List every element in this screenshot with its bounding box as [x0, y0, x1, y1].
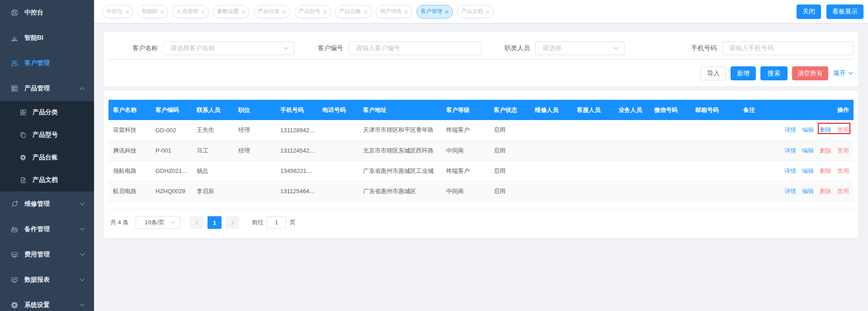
filter-select[interactable]: 请选择客户名称 — [163, 42, 294, 55]
close-icon[interactable] — [241, 10, 245, 14]
sidebar-subitem-3[interactable]: 产品台账 — [0, 146, 94, 169]
tab-tag-4[interactable]: 参数设置 — [213, 5, 250, 19]
next-page-button[interactable] — [226, 216, 239, 229]
tab-tag-1[interactable]: 中控台 — [102, 5, 133, 19]
sidebar-subitem-2[interactable]: 产品型号 — [0, 124, 94, 146]
page-size-select[interactable]: 10条/页 — [136, 216, 180, 229]
action-link[interactable]: 禁用 — [837, 188, 849, 195]
action-link[interactable]: 编辑 — [802, 188, 814, 195]
action-link[interactable]: 详情 — [784, 126, 796, 133]
import-button[interactable]: 导入 — [701, 66, 726, 80]
tab-tag-9[interactable]: 客户管理 — [416, 5, 453, 19]
action-link[interactable]: 禁用 — [837, 147, 849, 154]
goto-page-input[interactable]: 1 — [267, 216, 286, 229]
sidebar-item-label: 产品管理 — [24, 84, 80, 93]
close-icon[interactable] — [323, 10, 327, 14]
sidebar-subitem-4[interactable]: 产品文档 — [0, 169, 94, 191]
action-link[interactable]: 编辑 — [802, 167, 814, 174]
table-row-3: 领航电路GDHZ021…杨总13456221…广东省惠州市惠城区工业城终端客户启… — [108, 161, 854, 181]
action-link[interactable]: 禁用 — [837, 126, 849, 133]
cell — [614, 120, 650, 140]
filter-select[interactable]: 请选择 — [535, 42, 625, 55]
tab-tag-2[interactable]: 智能BI — [137, 5, 168, 19]
action-link[interactable]: 编辑 — [802, 147, 814, 154]
page-number-1[interactable]: 1 — [208, 216, 222, 229]
close-icon[interactable] — [363, 10, 368, 14]
action-link[interactable]: 详情 — [784, 188, 796, 195]
cell: P-001 — [151, 140, 192, 161]
prev-page-button[interactable] — [190, 216, 203, 229]
column-header-8: 客户等级 — [442, 100, 489, 120]
cell — [318, 140, 359, 161]
cell — [614, 181, 650, 201]
sidebar-item-4[interactable]: 产品管理 — [0, 76, 94, 101]
filter-input[interactable]: 请输入客户编号 — [349, 42, 481, 55]
action-link[interactable]: 删除 — [820, 167, 831, 174]
cell — [530, 140, 572, 161]
close-icon[interactable] — [160, 10, 164, 14]
close-icon[interactable] — [445, 10, 449, 14]
add-button[interactable]: 新增 — [731, 66, 756, 80]
filter-input[interactable]: 请输入手机号码 — [722, 42, 854, 55]
sidebar-item-1[interactable]: 中控台 — [0, 0, 94, 25]
sidebar-item-label: 智能BI — [24, 34, 85, 42]
clear-all-button[interactable]: 清空所有 — [792, 66, 828, 80]
sidebar-subitem-1[interactable]: 产品分类 — [0, 101, 94, 124]
tab-tag-6[interactable]: 产品型号 — [294, 5, 331, 19]
chevron-down-icon — [80, 253, 85, 256]
action-link[interactable]: 详情 — [784, 167, 796, 174]
action-link[interactable]: 禁用 — [837, 167, 849, 174]
tab-tag-7[interactable]: 产品台账 — [335, 5, 372, 19]
sidebar-item-6[interactable]: 备件管理 — [0, 217, 94, 242]
tag-label: 参数设置 — [217, 8, 239, 15]
page-size-value: 10条/页 — [145, 218, 165, 227]
action-link[interactable]: 编辑 — [802, 126, 814, 133]
close-icon[interactable] — [125, 10, 129, 14]
cell — [572, 140, 614, 161]
cell: 领航电路 — [108, 161, 151, 181]
close-icon[interactable] — [404, 10, 408, 14]
action-link[interactable]: 删除 — [820, 147, 831, 154]
tab-tag-5[interactable]: 产品分类 — [254, 5, 290, 19]
filter-item-1: 客户名称请选择客户名称 — [104, 42, 294, 55]
tab-tag-3[interactable]: 人员管理 — [172, 5, 209, 19]
action-link[interactable]: 详情 — [784, 147, 796, 154]
table-card: 客户名称客户编码联系人员职位手机号码电话号码客户地址客户等级客户状态维修人员客服… — [104, 91, 858, 238]
spare-icon — [11, 226, 18, 233]
chevron-down-icon — [80, 303, 85, 307]
expand-link[interactable]: 展开 — [833, 70, 853, 78]
close-icon[interactable] — [201, 10, 205, 14]
sidebar-item-2[interactable]: 智能BI — [0, 25, 94, 51]
column-header-4: 职位 — [234, 100, 276, 120]
cell — [691, 140, 739, 161]
close-button[interactable]: 关闭 — [797, 5, 821, 19]
close-icon[interactable] — [486, 10, 490, 14]
cell: 启用 — [489, 181, 530, 201]
sidebar-item-7[interactable]: 费用管理 — [0, 242, 94, 267]
board-display-button[interactable]: 看板展示 — [826, 5, 863, 19]
repair-icon — [11, 200, 18, 208]
search-button[interactable]: 搜索 — [760, 66, 788, 80]
cell: HZHQ0029 — [151, 181, 192, 201]
model-icon — [20, 132, 26, 138]
cell — [234, 181, 276, 201]
cell — [530, 120, 572, 140]
sidebar-item-label: 费用管理 — [24, 251, 80, 259]
sidebar-item-8[interactable]: 数据报表 — [0, 267, 94, 292]
cell — [530, 161, 572, 181]
tab-tag-8[interactable]: 用户详情 — [376, 5, 412, 19]
sidebar-item-label: 维修管理 — [24, 200, 80, 208]
customer-table: 客户名称客户编码联系人员职位手机号码电话号码客户地址客户等级客户状态维修人员客服… — [108, 100, 854, 202]
actions-cell: 详情编辑删除禁用 — [779, 161, 854, 181]
close-icon[interactable] — [282, 10, 286, 14]
tab-tag-10[interactable]: 产品文档 — [457, 5, 494, 19]
topbar-buttons: 关闭 看板展示 — [797, 5, 863, 19]
action-link[interactable]: 删除 — [820, 126, 831, 133]
category-icon — [20, 109, 26, 116]
chevron-down-icon — [848, 72, 853, 75]
sidebar-item-3[interactable]: 客户管理 — [0, 51, 94, 76]
cell — [691, 120, 739, 140]
action-link[interactable]: 删除 — [820, 188, 831, 195]
sidebar-item-9[interactable]: 系统设置 — [0, 292, 94, 311]
sidebar-item-5[interactable]: 维修管理 — [0, 191, 94, 217]
